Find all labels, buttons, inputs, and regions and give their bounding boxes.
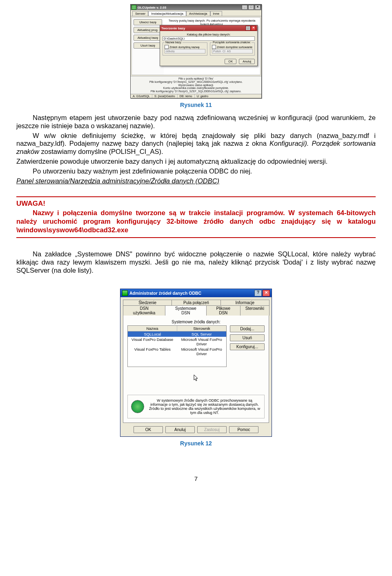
remove-button[interactable]: Usuń: [230, 334, 265, 341]
window-titlebar: GLCUpdate v. 2.03 _ □ ✕: [131, 4, 261, 10]
tab-informacje[interactable]: Informacje: [220, 300, 270, 305]
change-name-checkbox[interactable]: Zmień domyślną nazwę: [165, 45, 205, 49]
tab-archiwizacja[interactable]: Archiwizacja: [186, 11, 210, 16]
dir-label: Katalog dla plików bazy danych:: [163, 33, 255, 36]
db-name-input: [165, 49, 205, 53]
list-row[interactable]: Visual FoxPro Database Microsoft Visual …: [128, 337, 226, 347]
dsn-listview[interactable]: Nazwa Sterownik SQLLocal SQL Server Visu…: [127, 325, 227, 367]
tab-pula[interactable]: Pula połączeń: [172, 300, 220, 305]
odbc-close-button[interactable]: ✕: [263, 290, 270, 296]
paragraph-2: Na zakładce „Systemowe DNS" powinno być …: [16, 250, 376, 274]
change-sort-checkbox[interactable]: Zmień domyślne sortowanie: [212, 45, 253, 49]
dialog-title: Tworzenie bazy: [161, 27, 185, 30]
log-line: Wyzerowano status aplikacji.: [132, 84, 260, 87]
tabrow-bottom: DSN użytkownika Systemowe DSN Plikowe DS…: [123, 305, 269, 316]
tab-serwer[interactable]: Serwer: [132, 11, 148, 16]
figure-2-screenshot: Administrator źródeł danych ODBC ? ✕ Śle…: [16, 289, 376, 437]
info-icon: [131, 400, 144, 413]
log-panel: Plik u posilu aplikacji 'D:\Tes' Plik ko…: [131, 76, 261, 94]
update-prog-button[interactable]: Aktualizuj prog.: [134, 27, 162, 33]
dialog-close-button[interactable]: ✕: [251, 26, 256, 31]
tab-inne[interactable]: Inne: [210, 11, 223, 16]
status-bar: A: GSzefSQL S: (local)\Gastro DB: nemo U…: [131, 94, 261, 98]
page-number: 7: [16, 475, 376, 482]
log-line: Konto użytkownika zostało zweryfikowane …: [132, 87, 260, 90]
tabstrip: Serwer Instalacja/Aktualizacja Archiwiza…: [131, 10, 261, 16]
paragraph-1a: Następnym etapem jest utworzenie bazy po…: [16, 114, 376, 130]
log-line: Plik konfiguracyjny 'D:\Testy\G_SZEF_SQL…: [132, 90, 260, 93]
log-line: Plik konfiguracyjny 'D:\Testy\G_SZEF_MGC…: [132, 80, 260, 84]
odbc-app-icon: [122, 290, 128, 296]
status-server: S: (local)\Gastro: [152, 94, 178, 98]
warning-bottom-rule: [16, 237, 376, 238]
tab-dsn-user[interactable]: DSN użytkownika: [123, 305, 165, 316]
warning-title: UWAGA!: [16, 200, 376, 208]
help-button[interactable]: ?: [254, 290, 262, 296]
tab-content: Systemowe źródła danych: Nazwa Sterownik…: [123, 315, 269, 423]
tab-instalacja[interactable]: Instalacja/Aktualizacja: [148, 11, 186, 16]
add-button[interactable]: Dodaj...: [230, 325, 265, 332]
figure-1-screenshot: GLCUpdate v. 2.03 _ □ ✕ Serwer Instalacj…: [16, 4, 376, 98]
list-row[interactable]: Visual FoxPro Tables Microsoft Visual Fo…: [128, 347, 226, 356]
window-title: GLCUpdate v. 2.03: [138, 6, 166, 9]
sort-group-title: Porządek sortowania znaków:: [212, 41, 252, 44]
app-icon: [131, 5, 136, 10]
sort-order-input: [212, 49, 253, 53]
odbc-titlebar: Administrator źródeł danych ODBC ? ✕: [120, 289, 272, 297]
tab-drivers[interactable]: Sterowniki: [240, 305, 270, 316]
side-button-panel: Utwórz bazę Aktualizuj prog. Aktualizuj …: [132, 18, 164, 75]
dir-input[interactable]: [163, 36, 255, 41]
status-app: A: GSzefSQL: [131, 94, 152, 98]
tabrow-top: Śledzenie Pula połączeń Informacje: [123, 300, 269, 305]
paragraph-1e: Panel sterowania/Narzędzia administracyj…: [16, 177, 376, 185]
help-dlg-button[interactable]: Pomoc: [229, 426, 258, 433]
figure-2-caption: Rysunek 12: [16, 440, 376, 447]
cursor-icon: [127, 374, 265, 383]
dialog-minimize-button[interactable]: _: [245, 26, 251, 31]
tab-sledzenie[interactable]: Śledzenie: [123, 300, 172, 305]
maximize-button[interactable]: □: [248, 5, 254, 10]
list-label: Systemowe źródła danych:: [127, 320, 265, 324]
dialog-ok-button[interactable]: OK: [225, 59, 236, 64]
create-db-dialog: Tworzenie bazy _ ✕ Katalog dla plików ba…: [160, 25, 258, 66]
cancel-button[interactable]: Anuluj: [165, 426, 195, 433]
tab-dsn-file[interactable]: Plikowe DSN: [206, 305, 241, 316]
info-panel: W systemowym źródle danych ODBC przechow…: [127, 395, 265, 418]
apply-button: Zastosuj: [197, 426, 227, 433]
status-user: U: gastro: [195, 94, 210, 98]
log-line: Plik u posilu aplikacji 'D:\Tes': [132, 77, 260, 80]
close-button[interactable]: ✕: [255, 5, 261, 10]
delete-db-button[interactable]: Usuń bazę: [134, 42, 162, 49]
col-name[interactable]: Nazwa: [128, 326, 177, 331]
warning-body: Nazwy i połączenia domyślne tworzone są …: [16, 209, 376, 234]
paragraph-1b: W w/w oknie definiujemy ścieżkę, w które…: [16, 132, 376, 156]
create-db-button[interactable]: Utwórz bazę: [134, 19, 162, 25]
ok-button[interactable]: OK: [134, 426, 163, 433]
name-group-title: Nazwa bazy:: [165, 41, 183, 44]
figure-1-caption: Rysunek 11: [16, 102, 376, 108]
status-db: DB: nemo: [178, 94, 195, 98]
col-driver[interactable]: Sterownik: [177, 326, 226, 331]
minimize-button[interactable]: _: [242, 5, 247, 10]
info-text: W systemowym źródle danych ODBC przechow…: [148, 398, 261, 415]
configure-button[interactable]: Konfiguruj...: [230, 343, 265, 350]
warning-top-rule: [16, 196, 376, 197]
glcupdate-window: GLCUpdate v. 2.03 _ □ ✕ Serwer Instalacj…: [130, 4, 262, 98]
dialog-cancel-button[interactable]: Anuluj: [239, 59, 255, 64]
odbc-admin-window: Administrator źródeł danych ODBC ? ✕ Śle…: [120, 289, 272, 437]
update-db-button[interactable]: Aktualizuj bazę: [134, 35, 162, 41]
paragraph-1d: Po utworzeniu bazy ważnym jest zdefiniow…: [16, 167, 376, 176]
paragraph-1c: Zatwierdzenie powoduje utworzenie bazy d…: [16, 158, 376, 166]
odbc-window-title: Administrator źródeł danych ODBC: [129, 291, 201, 296]
tab-dsn-system[interactable]: Systemowe DSN: [165, 305, 206, 316]
list-row-selected[interactable]: SQLLocal SQL Server: [128, 331, 226, 337]
